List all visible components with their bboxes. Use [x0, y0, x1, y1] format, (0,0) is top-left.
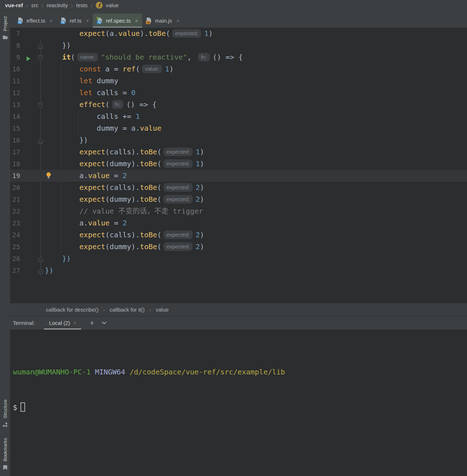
editor-line[interactable]: 12 let calls = 0 [10, 87, 467, 99]
tool-button-project[interactable]: Project [3, 17, 8, 41]
editor-line[interactable]: 8 }) [10, 39, 467, 51]
code-token: 1 [204, 29, 208, 38]
line-number: 9 [10, 51, 20, 63]
breadcrumb-item-reactivity[interactable]: reactivity [47, 2, 68, 8]
fold-marker-icon[interactable] [38, 267, 43, 276]
code-text: a.value = 2 [45, 170, 127, 182]
editor-line[interactable]: 27}) [10, 265, 467, 276]
code-text: it(name:"should be reactive", fn:() => { [45, 51, 243, 63]
editor-line[interactable]: 19 a.value = 2 [10, 170, 467, 182]
code-token [45, 230, 79, 239]
terminal-tab-label: Local (2) [49, 320, 70, 326]
inlay-hint: expected: [164, 195, 193, 204]
editor-line[interactable]: 26 }) [10, 253, 467, 265]
tab-label: effect.ts [27, 18, 45, 24]
terminal-tab-close-icon[interactable]: × [73, 320, 76, 326]
code-token: = [110, 219, 123, 227]
terminal-body[interactable]: wuman@WUMANHO-PC-1 MINGW64 /d/codeSpace/… [10, 330, 467, 476]
editor-line[interactable]: 25 expect(dummy).toBe(expected:2) [10, 241, 467, 253]
terminal-header: Terminal: Local (2) × + [10, 316, 467, 330]
breadcrumb-project[interactable]: vue-ref [5, 2, 23, 8]
breadcrumb-item-tests[interactable]: tests [76, 2, 88, 8]
tab-label: ref.spec.ts [106, 18, 131, 24]
editor-line[interactable]: 9 it(name:"should be reactive", fn:() =>… [10, 51, 467, 63]
editor-line[interactable]: 11 let dummy [10, 75, 467, 87]
line-number: 18 [10, 158, 20, 170]
tab-close-icon[interactable]: × [176, 18, 180, 24]
tab-main.js[interactable]: JSmain.js× [142, 14, 183, 28]
line-number: 16 [10, 134, 20, 146]
editor-line[interactable]: 13 effect(fn:() => { [10, 99, 467, 111]
code-token: toBe [140, 230, 157, 239]
code-editor[interactable]: 7 expect(a.value).toBe(expected:1)8 })9 … [10, 28, 467, 303]
editor-line[interactable]: 18 expect(dummy).toBe(expected:1) [10, 158, 467, 170]
tab-close-icon[interactable]: × [135, 18, 138, 24]
editor-line[interactable]: 23 a.value = 2 [10, 217, 467, 229]
code-token: (dummy). [105, 242, 140, 251]
code-token: 1 [136, 112, 140, 121]
editor-line[interactable]: 7 expect(a.value).toBe(expected:1) [10, 28, 467, 39]
code-text: let dummy [45, 75, 118, 87]
breadcrumb-item-src[interactable]: src [31, 2, 38, 8]
fold-marker-icon[interactable] [38, 137, 43, 146]
tab-effect.ts[interactable]: TSeffect.ts× [14, 14, 57, 28]
code-text: calls += 1 [45, 111, 140, 122]
tool-button-bookmarks[interactable]: Bookmarks [3, 438, 8, 472]
code-text: // value 不变的话，不走 trigger [45, 205, 203, 217]
breadcrumb-separator: › [149, 307, 151, 313]
terminal-tab-local[interactable]: Local (2) × [44, 316, 81, 330]
editor-line[interactable]: 17 expect(calls).toBe(expected:1) [10, 146, 467, 158]
code-token: dummy [92, 76, 118, 85]
line-number: 10 [10, 63, 20, 75]
folder-icon [3, 34, 8, 41]
code-token [45, 100, 79, 109]
editor-line[interactable]: 14 calls += 1 [10, 111, 467, 122]
crumb-item[interactable]: callback for it() [110, 307, 145, 313]
code-token: (dummy). [105, 159, 140, 168]
fold-marker-icon[interactable] [38, 256, 43, 264]
tab-close-icon[interactable]: × [49, 18, 53, 24]
run-test-icon[interactable] [26, 55, 31, 63]
breadcrumb-function-value[interactable]: value [106, 2, 119, 8]
editor-line[interactable]: 10 const a = ref(value:1) [10, 63, 467, 75]
inlay-hint: name: [77, 53, 98, 61]
line-number: 14 [10, 111, 20, 122]
line-number: 15 [10, 122, 20, 134]
crumb-item[interactable]: value [156, 307, 169, 313]
tool-window-strip: Project StructureBookmarks [0, 11, 10, 476]
editor-line[interactable]: 16 }) [10, 134, 467, 146]
code-token: ( [136, 65, 140, 73]
code-text: a.value = 2 [45, 217, 127, 229]
code-token: value [88, 171, 109, 180]
bookmark-icon [3, 465, 8, 472]
line-number: 13 [10, 99, 20, 111]
fold-marker-icon[interactable] [38, 54, 43, 63]
tab-ref.ts[interactable]: TSref.ts× [57, 14, 93, 28]
breadcrumb-separator: › [91, 1, 93, 10]
editor-line[interactable]: 20 expect(calls).toBe(expected:2) [10, 182, 467, 193]
editor-line[interactable]: 22 // value 不变的话，不走 trigger [10, 205, 467, 217]
tool-button-label: Project [3, 17, 8, 31]
fold-marker-icon[interactable] [38, 42, 43, 51]
code-token: ). [140, 29, 148, 38]
fold-marker-icon[interactable] [38, 102, 43, 110]
code-token: a = [101, 65, 123, 73]
code-token: = [110, 171, 123, 180]
code-token: (dummy). [105, 195, 140, 204]
line-number: 21 [10, 193, 20, 205]
code-text: expect(calls).toBe(expected:2) [45, 229, 204, 241]
new-terminal-plus-icon[interactable]: + [90, 319, 94, 327]
tab-ref.spec.ts[interactable]: TSref.spec.ts× [93, 14, 142, 28]
editor-line[interactable]: 21 expect(dummy).toBe(expected:2) [10, 193, 467, 205]
crumb-item[interactable]: callback for describe() [46, 307, 99, 313]
code-token [45, 195, 79, 204]
code-token: ( [71, 53, 75, 61]
editor-line[interactable]: 15 dummy = a.value [10, 122, 467, 134]
editor-line[interactable]: 24 expect(calls).toBe(expected:2) [10, 229, 467, 241]
tool-button-structure[interactable]: Structure [3, 400, 8, 429]
code-token: const [79, 65, 101, 73]
tab-close-icon[interactable]: × [86, 18, 89, 24]
code-token: ( [157, 242, 161, 251]
code-token: toBe [140, 242, 157, 251]
chevron-down-icon[interactable] [102, 321, 107, 325]
